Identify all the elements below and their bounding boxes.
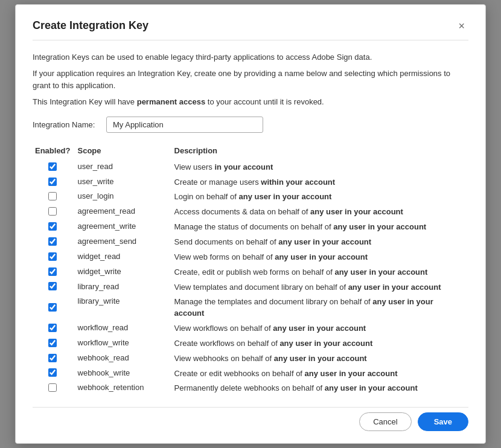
modal-footer: Cancel Save xyxy=(33,407,468,431)
desc-workflow_read: View workflows on behalf of any user in … xyxy=(172,321,468,336)
checkbox-agreement_read[interactable] xyxy=(48,207,57,216)
scope-library_write: library_write xyxy=(75,295,172,321)
table-row: workflow_writeCreate workflows on behalf… xyxy=(33,336,468,351)
checkbox-agreement_write[interactable] xyxy=(48,222,57,231)
scope-widget_read: widget_read xyxy=(75,250,172,265)
modal-title: Create Integration Key xyxy=(33,19,148,32)
permanent-access-text: permanent access xyxy=(137,97,205,106)
scope-widget_write: widget_write xyxy=(75,265,172,280)
table-row: workflow_readView workflows on behalf of… xyxy=(33,321,468,336)
cancel-button[interactable]: Cancel xyxy=(359,412,411,431)
desc-line-2: If your application requires an Integrat… xyxy=(33,68,468,91)
desc-line-1: Integration Keys can be used to enable l… xyxy=(33,51,468,63)
col-header-description: Description xyxy=(172,144,468,160)
modal-header: Create Integration Key × xyxy=(33,19,468,40)
desc-library_read: View templates and document library on b… xyxy=(172,280,468,295)
scope-agreement_read: agreement_read xyxy=(75,205,172,220)
desc-user_write: Create or manage users within your accou… xyxy=(172,175,468,190)
table-row: user_readView users in your account xyxy=(33,160,468,175)
integration-name-row: Integration Name: xyxy=(33,117,468,133)
checkbox-widget_read[interactable] xyxy=(48,252,57,261)
scope-webhook_write: webhook_write xyxy=(75,366,172,382)
table-row: agreement_readAccess documents & data on… xyxy=(33,205,468,220)
desc-agreement_send: Send documents on behalf of any user in … xyxy=(172,235,468,250)
desc-agreement_write: Manage the status of documents on behalf… xyxy=(172,220,468,235)
scope-user_write: user_write xyxy=(75,175,172,190)
checkbox-user_write[interactable] xyxy=(48,178,57,186)
checkbox-webhook_write[interactable] xyxy=(48,368,57,377)
integration-name-label: Integration Name: xyxy=(33,120,99,129)
desc-widget_write: Create, edit or publish web forms on beh… xyxy=(172,265,468,280)
table-row: webhook_writeCreate or edit webhooks on … xyxy=(33,366,468,382)
checkbox-library_read[interactable] xyxy=(48,282,57,290)
table-row: widget_readView web forms on behalf of a… xyxy=(33,250,468,265)
checkbox-webhook_retention[interactable] xyxy=(48,383,57,392)
modal-overlay: Create Integration Key × Integration Key… xyxy=(0,0,501,448)
col-header-scope: Scope xyxy=(75,144,172,160)
desc-line-3: This Integration Key will have permanent… xyxy=(33,96,468,108)
description-block: Integration Keys can be used to enable l… xyxy=(33,51,468,108)
create-integration-key-modal: Create Integration Key × Integration Key… xyxy=(15,4,486,444)
scope-agreement_send: agreement_send xyxy=(75,235,172,250)
checkbox-library_write[interactable] xyxy=(48,303,57,312)
save-button[interactable]: Save xyxy=(418,412,468,431)
desc-agreement_read: Access documents & data on behalf of any… xyxy=(172,205,468,220)
checkbox-widget_write[interactable] xyxy=(48,267,57,276)
desc-webhook_retention: Permanently delete webhooks on behalf of… xyxy=(172,381,468,396)
table-row: agreement_writeManage the status of docu… xyxy=(33,220,468,235)
scope-webhook_retention: webhook_retention xyxy=(75,381,172,396)
checkbox-user_read[interactable] xyxy=(48,162,57,171)
desc-webhook_write: Create or edit webhooks on behalf of any… xyxy=(172,366,468,382)
checkbox-workflow_read[interactable] xyxy=(48,324,57,332)
scope-library_read: library_read xyxy=(75,280,172,295)
table-row: widget_writeCreate, edit or publish web … xyxy=(33,265,468,280)
integration-name-input[interactable] xyxy=(106,117,263,133)
desc-webhook_read: View webhooks on behalf of any user in y… xyxy=(172,351,468,366)
scope-workflow_write: workflow_write xyxy=(75,336,172,351)
table-row: user_loginLogin on behalf of any user in… xyxy=(33,190,468,205)
checkbox-workflow_write[interactable] xyxy=(48,339,57,347)
permissions-table: Enabled? Scope Description user_readView… xyxy=(33,144,468,397)
scope-workflow_read: workflow_read xyxy=(75,321,172,336)
table-header-row: Enabled? Scope Description xyxy=(33,144,468,160)
table-row: library_readView templates and document … xyxy=(33,280,468,295)
checkbox-agreement_send[interactable] xyxy=(48,237,57,246)
checkbox-webhook_read[interactable] xyxy=(48,354,57,362)
table-row: user_writeCreate or manage users within … xyxy=(33,175,468,190)
scope-webhook_read: webhook_read xyxy=(75,351,172,366)
desc-library_write: Manage the templates and document librar… xyxy=(172,295,468,321)
col-header-enabled: Enabled? xyxy=(33,144,75,160)
table-row: webhook_retentionPermanently delete webh… xyxy=(33,381,468,396)
table-row: webhook_readView webhooks on behalf of a… xyxy=(33,351,468,366)
desc-user_read: View users in your account xyxy=(172,160,468,175)
checkbox-user_login[interactable] xyxy=(48,192,57,200)
scope-user_login: user_login xyxy=(75,190,172,205)
desc-user_login: Login on behalf of any user in your acco… xyxy=(172,190,468,205)
table-row: library_writeManage the templates and do… xyxy=(33,295,468,321)
scope-user_read: user_read xyxy=(75,160,172,175)
desc-widget_read: View web forms on behalf of any user in … xyxy=(172,250,468,265)
table-row: agreement_sendSend documents on behalf o… xyxy=(33,235,468,250)
close-button[interactable]: × xyxy=(455,19,468,33)
scope-agreement_write: agreement_write xyxy=(75,220,172,235)
desc-workflow_write: Create workflows on behalf of any user i… xyxy=(172,336,468,351)
